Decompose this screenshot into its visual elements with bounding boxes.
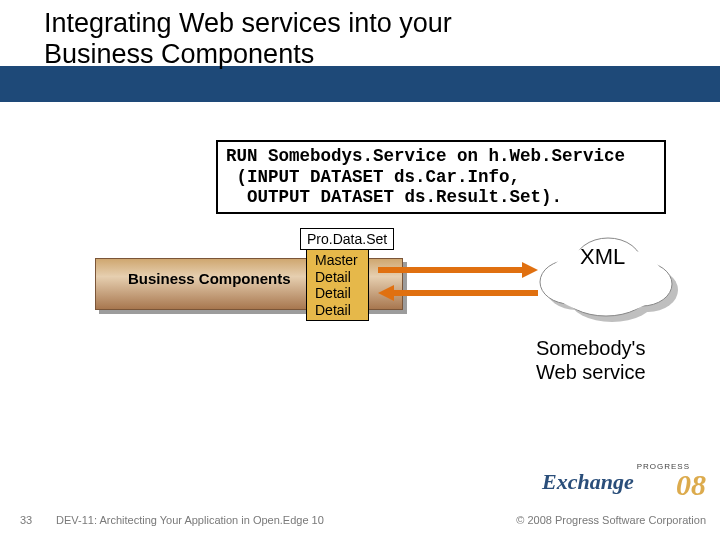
header-band — [0, 66, 720, 102]
arrow-right-icon — [378, 262, 538, 278]
business-components-label: Business Components — [128, 270, 291, 287]
svg-rect-12 — [394, 290, 538, 296]
arrow-left-icon — [378, 285, 538, 301]
web-service-label: Somebody's Web service — [536, 336, 646, 384]
svg-marker-11 — [378, 285, 394, 301]
exchange-logo: PROGRESS Exchange 08 — [542, 462, 702, 512]
prodataset-label: Pro.Data.Set — [300, 228, 394, 250]
code-block: RUN Somebodys.Service on h.Web.Service (… — [216, 140, 666, 214]
svg-marker-10 — [522, 262, 538, 278]
footer-title: DEV-11: Architecting Your Application in… — [56, 514, 324, 526]
logo-year: 08 — [676, 468, 706, 502]
logo-exchange-text: Exchange — [542, 469, 634, 494]
cloud-label: XML — [580, 244, 625, 270]
slide-title: Integrating Web services into your Busin… — [44, 8, 452, 70]
svg-rect-9 — [378, 267, 522, 273]
xml-cloud — [530, 226, 690, 326]
master-detail-box: Master Detail Detail Detail — [306, 249, 369, 321]
slide-number: 33 — [20, 514, 32, 526]
footer-copyright: © 2008 Progress Software Corporation — [516, 514, 706, 526]
